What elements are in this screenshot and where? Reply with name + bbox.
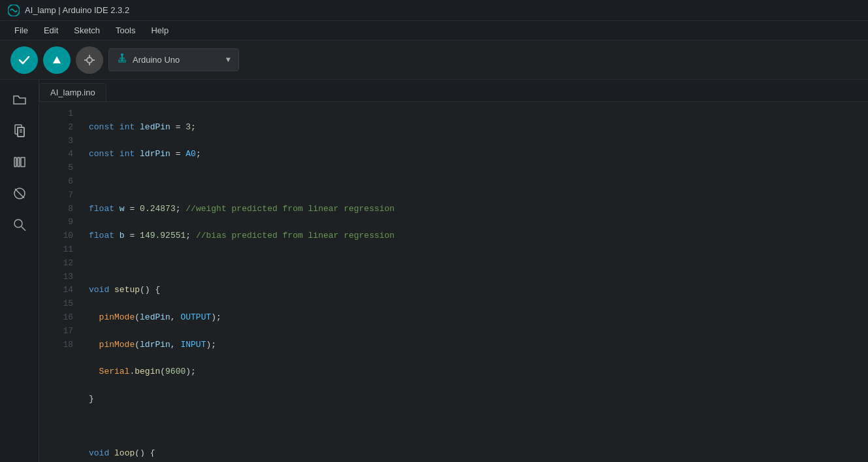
sidebar-folder-icon[interactable]	[8, 88, 31, 111]
svg-rect-9	[119, 60, 121, 62]
app-logo	[8, 5, 20, 16]
usb-icon	[117, 53, 127, 67]
svg-rect-10	[123, 60, 125, 62]
code-content[interactable]: const int ledPin = 3; const int ldrPin =…	[78, 107, 868, 457]
menu-file[interactable]: File	[8, 23, 35, 38]
code-editor[interactable]: 1 2 3 4 5 6 7 8 9 10 11 12 13 14 15 16 1…	[39, 102, 868, 462]
sidebar-debug-icon[interactable]	[8, 182, 31, 205]
board-selector[interactable]: Arduino Uno ▼	[108, 48, 239, 71]
board-name: Arduino Uno	[133, 55, 221, 65]
svg-rect-20	[18, 157, 20, 167]
menu-edit[interactable]: Edit	[37, 23, 65, 38]
sidebar-library-icon[interactable]	[8, 150, 31, 174]
menu-tools[interactable]: Tools	[109, 23, 142, 38]
editor-area: AI_lamp.ino 1 2 3 4 5 6 7 8 9 10 11 12 1…	[39, 80, 868, 462]
upload-button[interactable]	[43, 46, 71, 74]
sidebar	[0, 80, 39, 462]
app-title: AI_lamp | Arduino IDE 2.3.2	[25, 5, 129, 15]
menu-help[interactable]: Help	[144, 23, 175, 38]
titlebar: AI_lamp | Arduino IDE 2.3.2	[0, 0, 868, 21]
svg-point-1	[87, 58, 92, 63]
svg-rect-21	[21, 157, 25, 167]
menubar: File Edit Sketch Tools Help	[0, 21, 868, 41]
debug-button[interactable]	[76, 46, 103, 74]
sidebar-files-icon[interactable]	[8, 119, 31, 142]
menu-sketch[interactable]: Sketch	[67, 23, 106, 38]
svg-point-24	[14, 220, 22, 227]
verify-button[interactable]	[10, 46, 38, 74]
tab-bar: AI_lamp.ino	[39, 80, 868, 102]
main-content: AI_lamp.ino 1 2 3 4 5 6 7 8 9 10 11 12 1…	[0, 80, 868, 462]
svg-marker-0	[53, 56, 61, 63]
line-numbers: 1 2 3 4 5 6 7 8 9 10 11 12 13 14 15 16 1…	[39, 107, 78, 457]
svg-line-23	[15, 189, 24, 198]
toolbar: Arduino Uno ▼	[0, 41, 868, 80]
editor-tab-main[interactable]: AI_lamp.ino	[39, 83, 106, 101]
svg-rect-19	[14, 157, 16, 167]
svg-rect-6	[121, 54, 123, 56]
chevron-down-icon: ▼	[226, 56, 231, 65]
svg-line-25	[22, 227, 25, 231]
sidebar-search-icon[interactable]	[8, 213, 31, 237]
